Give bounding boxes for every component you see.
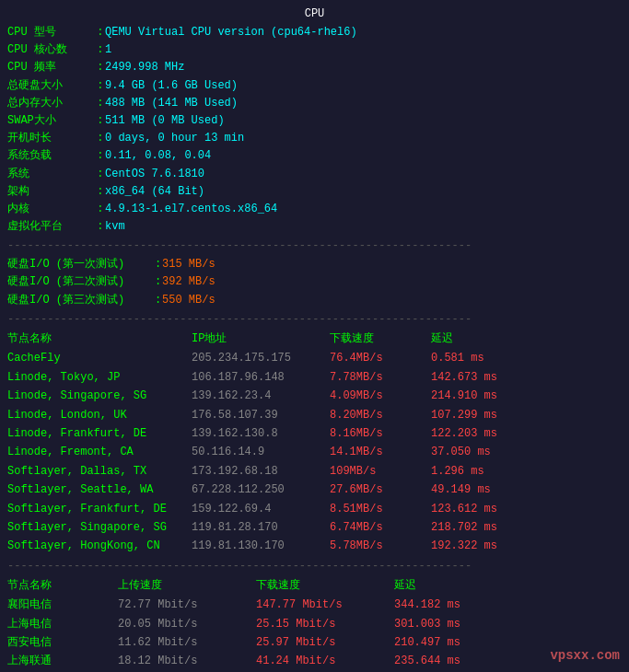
info-value: 9.4 GB (1.6 GB Used)	[105, 77, 238, 95]
watermark: vpsxx.com	[550, 648, 620, 663]
cell-latency: 214.910 ms	[431, 387, 542, 405]
cell-latency: 1.296 ms	[431, 462, 542, 481]
cell-latency: 218.702 ms	[431, 518, 542, 537]
cell-latency: 142.673 ms	[431, 368, 542, 387]
cell-name: Linode, Singapore, SG	[7, 387, 192, 405]
cell2-down: 41.24 Mbit/s	[256, 652, 394, 670]
cell2-latency: 210.497 ms	[394, 633, 505, 652]
network-table-row: Softlayer, Seattle, WA 67.228.112.250 27…	[7, 481, 622, 499]
cell-ip: 139.162.130.8	[192, 424, 330, 443]
cell-down: 8.16MB/s	[330, 424, 431, 443]
info-value: 1	[105, 41, 111, 59]
network-table-row: Linode, Fremont, CA 50.116.14.9 14.1MB/s…	[7, 443, 622, 461]
info-value: QEMU Virtual CPU version (cpu64-rhel6)	[105, 24, 357, 41]
info-colon: :	[90, 59, 105, 76]
network-table-section: 节点名称 IP地址 下载速度 延迟 CacheFly 205.234.175.1…	[7, 330, 622, 556]
info-colon: :	[90, 166, 105, 183]
info-label: 系统负载	[7, 147, 90, 165]
cell-name: Linode, Frankfurt, DE	[7, 424, 192, 443]
info-value: kvm	[105, 218, 125, 236]
sysinfo-row: 总硬盘大小 : 9.4 GB (1.6 GB Used)	[7, 77, 622, 95]
sysinfo-section: CPU 型号 : QEMU Virtual CPU version (cpu64…	[7, 24, 622, 236]
speed-table-row: 上海联通 18.12 Mbit/s 41.24 Mbit/s 235.644 m…	[7, 652, 622, 670]
disk-label: 硬盘I/O (第二次测试)	[7, 273, 155, 291]
cell-latency: 0.581 ms	[431, 349, 542, 367]
diskio-section: 硬盘I/O (第一次测试) : 315 MB/s 硬盘I/O (第二次测试) :…	[7, 256, 622, 309]
cell-latency: 107.299 ms	[431, 406, 542, 424]
info-colon: :	[90, 41, 105, 59]
info-value: CentOS 7.6.1810	[105, 166, 204, 183]
network-table-row: CacheFly 205.234.175.175 76.4MB/s 0.581 …	[7, 349, 622, 367]
info-value: 0.11, 0.08, 0.04	[105, 147, 211, 165]
disk-label: 硬盘I/O (第三次测试)	[7, 292, 155, 309]
info-colon: :	[90, 147, 105, 165]
network-table-row: Linode, Singapore, SG 139.162.23.4 4.09M…	[7, 387, 622, 405]
cell-ip: 173.192.68.18	[192, 462, 330, 481]
disk-colon: :	[155, 273, 158, 291]
info-label: 开机时长	[7, 130, 90, 147]
cell2-latency: 235.644 ms	[394, 652, 505, 670]
cell-ip: 205.234.175.175	[192, 349, 330, 367]
cell2-name: 襄阳电信	[7, 596, 118, 614]
col2-header-down: 下载速度	[256, 576, 394, 597]
info-label: CPU 频率	[7, 59, 90, 76]
divider-3: ----------------------------------------…	[7, 560, 622, 573]
info-label: SWAP大小	[7, 112, 90, 130]
cell2-up: 20.05 Mbit/s	[118, 615, 256, 633]
cell-name: Softlayer, Dallas, TX	[7, 462, 192, 481]
cell-latency: 122.203 ms	[431, 424, 542, 443]
info-label: 系统	[7, 166, 90, 183]
divider-1: ----------------------------------------…	[7, 239, 622, 252]
col2-header-latency: 延迟	[394, 576, 505, 597]
cell-down: 7.78MB/s	[330, 368, 431, 387]
page-title: CPU	[305, 7, 325, 20]
cell2-up: 11.62 Mbit/s	[118, 633, 256, 652]
col2-header-name: 节点名称	[7, 576, 118, 597]
info-colon: :	[90, 183, 105, 201]
network-table-row: Softlayer, Frankfurt, DE 159.122.69.4 8.…	[7, 500, 622, 518]
sysinfo-row: 总内存大小 : 488 MB (141 MB Used)	[7, 95, 622, 112]
disk-value: 392 MB/s	[162, 273, 215, 291]
cell-ip: 67.228.112.250	[192, 481, 330, 499]
info-colon: :	[90, 218, 105, 236]
cell2-down: 25.15 Mbit/s	[256, 615, 394, 633]
info-label: 总硬盘大小	[7, 77, 90, 95]
speed-table-header: 节点名称 上传速度 下载速度 延迟	[7, 576, 622, 597]
sysinfo-row: 系统负载 : 0.11, 0.08, 0.04	[7, 147, 622, 165]
info-colon: :	[90, 24, 105, 41]
cell2-name: 上海电信	[7, 615, 118, 633]
network-table-row: Linode, Frankfurt, DE 139.162.130.8 8.16…	[7, 424, 622, 443]
info-label: CPU 型号	[7, 24, 90, 41]
disk-colon: :	[155, 292, 158, 309]
network-table-row: Linode, London, UK 176.58.107.39 8.20MB/…	[7, 406, 622, 424]
info-colon: :	[90, 130, 105, 147]
title-bar: CPU	[7, 7, 622, 20]
cell-latency: 37.050 ms	[431, 443, 542, 461]
cell-name: Linode, Tokyo, JP	[7, 368, 192, 387]
info-colon: :	[90, 112, 105, 130]
sysinfo-row: CPU 型号 : QEMU Virtual CPU version (cpu64…	[7, 24, 622, 41]
col-header-latency: 延迟	[431, 330, 542, 350]
cell-name: Linode, London, UK	[7, 406, 192, 424]
info-value: 4.9.13-1.el7.centos.x86_64	[105, 201, 277, 218]
cell-latency: 123.612 ms	[431, 500, 542, 518]
col-header-down: 下载速度	[330, 330, 431, 350]
cell-ip: 159.122.69.4	[192, 500, 330, 518]
cell-name: Softlayer, Seattle, WA	[7, 481, 192, 499]
cell2-name: 西安电信	[7, 633, 118, 652]
col-header-ip: IP地址	[192, 330, 330, 350]
sysinfo-row: SWAP大小 : 511 MB (0 MB Used)	[7, 112, 622, 130]
sysinfo-row: 虚拟化平台 : kvm	[7, 218, 622, 236]
info-colon: :	[90, 201, 105, 218]
cell-down: 8.20MB/s	[330, 406, 431, 424]
disk-colon: :	[155, 256, 158, 273]
info-value: 2499.998 MHz	[105, 59, 184, 76]
speed-table-section: 节点名称 上传速度 下载速度 延迟 襄阳电信 72.77 Mbit/s 147.…	[7, 576, 622, 672]
cell2-down: 147.77 Mbit/s	[256, 596, 394, 614]
sysinfo-row: 架构 : x86_64 (64 Bit)	[7, 183, 622, 201]
info-value: 511 MB (0 MB Used)	[105, 112, 225, 130]
cell2-up: 18.12 Mbit/s	[118, 652, 256, 670]
cell2-latency: 344.182 ms	[394, 596, 505, 614]
info-value: 488 MB (141 MB Used)	[105, 95, 238, 112]
cell-name: Softlayer, Frankfurt, DE	[7, 500, 192, 518]
